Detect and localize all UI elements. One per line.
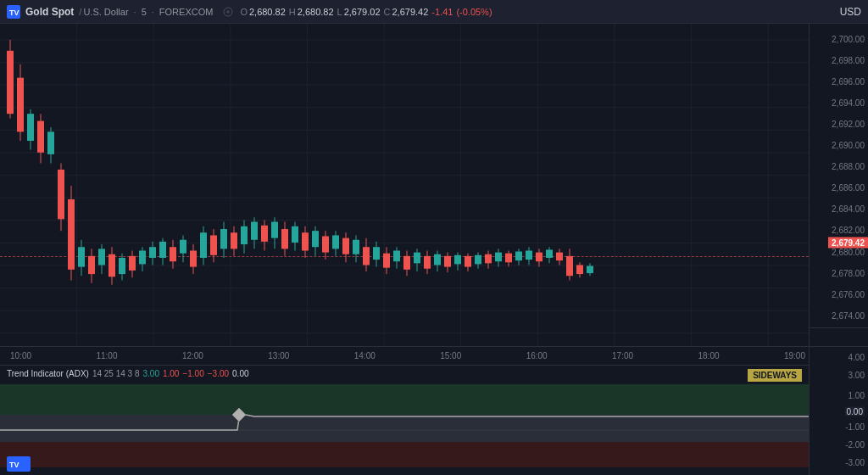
adx-val-2: 1.00 <box>163 369 179 378</box>
svg-rect-90 <box>322 237 329 253</box>
adx-price-neg2: -2.00 <box>845 439 865 449</box>
adx-current: 0.00 <box>232 369 248 378</box>
chart-header: TV Gold Spot / U.S. Dollar · 5 · FOREXCO… <box>0 0 868 24</box>
time-label-4: 13:00 <box>268 351 289 360</box>
chart-logo-icon: TV <box>7 5 20 19</box>
svg-rect-142 <box>587 266 593 273</box>
currency-label: USD <box>840 6 861 18</box>
svg-rect-48 <box>108 254 115 277</box>
chart-body: 10:00 11:00 12:00 13:00 14:00 15:00 16:0… <box>0 24 868 475</box>
adx-price-neg3: -3.00 <box>845 457 865 467</box>
adx-line-svg <box>0 384 809 475</box>
price-label-2684: 2,684.00 <box>832 204 865 214</box>
price-change-pct: (-0.05%) <box>456 7 492 17</box>
candlestick-chart[interactable] <box>0 24 809 346</box>
svg-rect-34 <box>37 121 44 153</box>
svg-rect-40 <box>68 199 75 270</box>
svg-rect-140 <box>576 265 583 274</box>
svg-rect-124 <box>495 253 502 262</box>
price-label-2686: 2,686.00 <box>832 183 865 193</box>
tradingview-logo-icon: TV <box>7 456 31 472</box>
svg-rect-84 <box>292 226 298 243</box>
svg-rect-114 <box>444 256 451 267</box>
svg-rect-82 <box>281 229 288 249</box>
svg-rect-58 <box>159 242 166 258</box>
svg-rect-112 <box>434 254 441 265</box>
svg-rect-28 <box>7 51 14 114</box>
adx-price-neg1: -1.00 <box>845 422 865 431</box>
price-label-2676: 2,676.00 <box>832 289 865 299</box>
svg-rect-100 <box>373 247 380 260</box>
tv-logo: TV <box>7 456 31 472</box>
svg-marker-144 <box>232 408 246 422</box>
svg-rect-68 <box>210 235 217 254</box>
adx-val-4: −3.00 <box>208 369 229 378</box>
svg-rect-136 <box>556 253 563 261</box>
adx-header: Trend Indicator (ADX) 14 25 14 3 8 3.00 … <box>7 369 249 378</box>
adx-panel: Trend Indicator (ADX) 14 25 14 3 8 3.00 … <box>0 365 809 475</box>
price-label-2678: 2,678.00 <box>832 268 865 277</box>
svg-rect-30 <box>17 78 24 132</box>
svg-rect-46 <box>98 249 105 265</box>
adx-params: 14 25 14 3 8 <box>92 369 140 378</box>
price-label-2696: 2,696.00 <box>832 77 865 87</box>
svg-rect-66 <box>200 232 207 258</box>
price-label-2698: 2,698.00 <box>832 55 865 64</box>
price-label-2690: 2,690.00 <box>832 141 865 150</box>
svg-rect-74 <box>241 226 248 244</box>
svg-rect-94 <box>342 238 349 254</box>
adx-price-4: 4.00 <box>849 353 865 362</box>
current-price-badge: 2,679.42 <box>828 237 868 248</box>
svg-rect-32 <box>27 114 34 141</box>
svg-rect-126 <box>505 254 512 263</box>
price-label-2694: 2,694.00 <box>832 98 865 108</box>
svg-rect-130 <box>526 250 532 260</box>
svg-rect-128 <box>515 252 522 261</box>
time-label-10: 19:00 <box>784 351 805 360</box>
svg-rect-98 <box>363 247 370 265</box>
right-axis: 2,700.00 2,698.00 2,696.00 2,694.00 2,69… <box>809 24 868 475</box>
left-charts: 10:00 11:00 12:00 13:00 14:00 15:00 16:0… <box>0 24 809 475</box>
svg-rect-116 <box>454 255 461 265</box>
svg-rect-72 <box>231 232 237 249</box>
price-label-2700: 2,700.00 <box>832 34 865 43</box>
svg-rect-70 <box>220 229 227 249</box>
adx-val-1: 3.00 <box>143 369 159 378</box>
price-label-2680: 2,680.00 <box>832 247 865 256</box>
svg-rect-36 <box>47 131 54 154</box>
svg-rect-56 <box>149 247 156 258</box>
adx-price-0: 0.00 <box>845 406 865 416</box>
adx-price-axis: 4.00 3.00 1.00 0.00 -1.00 -2.00 -3.00 <box>810 346 868 475</box>
pair-name: U.S. Dollar <box>83 7 128 17</box>
svg-rect-138 <box>566 256 573 276</box>
svg-rect-122 <box>485 254 492 264</box>
link-icon <box>223 7 233 17</box>
svg-rect-62 <box>180 240 186 254</box>
svg-rect-102 <box>383 254 390 268</box>
adx-val-3: −1.00 <box>182 369 203 378</box>
svg-rect-96 <box>353 240 359 254</box>
svg-rect-106 <box>403 256 410 270</box>
symbol-name: Gold Spot <box>25 6 74 18</box>
broker: FOREXCOM <box>159 7 214 17</box>
time-label-9: 18:00 <box>698 351 720 360</box>
price-panel[interactable] <box>0 24 809 346</box>
svg-rect-44 <box>88 256 95 274</box>
time-label-1: 10:00 <box>10 351 31 360</box>
svg-rect-134 <box>546 249 553 258</box>
svg-rect-120 <box>475 255 481 265</box>
main-price-axis: 2,700.00 2,698.00 2,696.00 2,694.00 2,69… <box>810 24 868 327</box>
timeframe: 5 <box>142 7 147 17</box>
svg-rect-64 <box>190 250 197 266</box>
price-label-2692: 2,692.00 <box>832 120 865 129</box>
time-label-7: 16:00 <box>526 351 548 360</box>
adx-price-3: 3.00 <box>849 371 865 380</box>
time-axis-right-spacer <box>810 327 868 346</box>
price-change: -1.41 <box>431 7 453 17</box>
adx-label: Trend Indicator (ADX) <box>7 369 89 378</box>
time-label-3: 12:00 <box>182 351 203 360</box>
svg-text:TV: TV <box>9 8 19 17</box>
price-label-2688: 2,688.00 <box>832 162 865 171</box>
svg-rect-118 <box>465 256 471 267</box>
svg-rect-80 <box>271 222 278 238</box>
